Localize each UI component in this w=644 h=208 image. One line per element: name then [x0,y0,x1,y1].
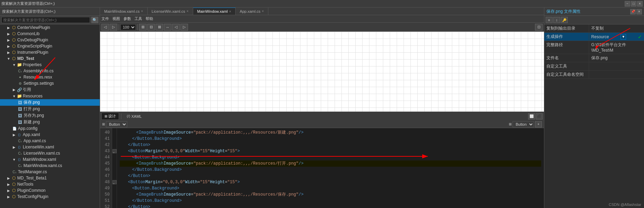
properties-header: 保存.png 文件属性 📌 × [544,8,644,16]
panel-close-btn[interactable]: × [636,9,642,14]
search-btn[interactable]: 🔍 [91,17,98,23]
code-editor[interactable]: <ImageBrush ImageSource="pack://applicat… [117,128,544,208]
tree-item-resx[interactable]: ✦ Resources.resx [0,74,100,80]
tree-label: MainWindow.xaml [23,157,99,162]
tree-label: MD_Test_Beta1 [17,176,99,180]
tree-item-testconfig[interactable]: ▶ ⬡ TestConfigPlugin [0,194,100,200]
tree-item-new-png[interactable]: 🖼 新建.png [0,119,100,125]
tab-appxamlcs[interactable]: App.xaml.cs × [236,8,268,15]
tree-item-testmanager[interactable]: Cₛ TestManager.cs [0,169,100,175]
fold-47 [112,173,116,179]
file-png-icon: 🖼 [17,100,23,105]
tab-mainwindowxamlcs[interactable]: MainWindow.xaml.cs × [100,8,148,15]
tree-item-settings[interactable]: ⚙ Settings.settings [0,80,100,86]
fold-43[interactable]: − [112,149,117,153]
zoom-select[interactable]: 100% 75% 50% 150% [120,24,136,30]
line-50: 50 [102,191,110,198]
file-cs-icon: Cₛ [12,169,17,175]
line-41: 41 [102,136,110,142]
tree-item-mainxaml[interactable]: ▼ ⟨⟩ MainWindow.xaml [0,156,100,163]
file-cs-icon: Cₛ [17,138,23,144]
tree-item-appxaml[interactable]: ▶ ⟨⟩ App.xaml [0,132,100,138]
tree-item-resources-folder[interactable]: ▼ 📁 Resources [0,93,100,99]
tree-item-mdtest[interactable]: ▼ ⬡ MD_Test [0,55,100,62]
tab-xaml[interactable]: ⟨/⟩ XAML [123,113,145,119]
maximize-btn[interactable]: □ [631,1,636,7]
tab-close-icon[interactable]: × [141,9,143,13]
tree-label: InstrumentPlugin [17,50,99,55]
prop-dropdown-btn[interactable]: ▼ [621,34,626,40]
tree-item-mainxamlcs[interactable]: Cₛ MainWindow.xaml.cs [0,163,100,169]
tree-item-saveas-png[interactable]: 🖼 另存为.png [0,112,100,119]
tree-item-appxamlcs[interactable]: Cₛ App.xaml.cs [0,138,100,144]
toolbar-align[interactable]: ⊠ [156,24,163,31]
tab-close-icon[interactable]: × [229,10,231,13]
tree-item-mdtestbeta[interactable]: ▶ ⬡ MD_Test_Beta1 [0,175,100,181]
tree-item-assemblyinfo[interactable]: Cₛ AssemblyInfo.cs [0,68,100,74]
tree-label: 引用 [23,87,99,93]
tree-item-properties[interactable]: ▼ 📁 Properties [0,62,100,68]
prop-btn3[interactable]: 🔑 [561,17,568,23]
tree-item-nettools[interactable]: ▶ ⬡ NetTools [0,181,100,187]
panel-pin-btn[interactable]: 📌 [630,9,636,14]
tree-label: CenterViewPlugin [17,25,99,30]
toolbar-nav-right[interactable]: ▷ [110,24,117,31]
toolbar-grid[interactable]: ⊞ [139,24,147,31]
fold-49 [112,185,116,191]
toolbar-zoom-full[interactable]: ⊡ [535,24,543,31]
designer-canvas[interactable] [100,32,544,112]
sort-alpha-btn[interactable]: ↕ [553,17,560,23]
tab-close-icon[interactable]: × [262,9,264,13]
code-line-45: <ImageBrush ImageSource="pack://applicat… [120,160,541,167]
tree-item-plugincommon[interactable]: ▶ ⬡ PluginCommon [0,187,100,194]
toolbar-forward[interactable]: ▷ [180,24,188,31]
code-header-left: ⊞ Button [102,121,127,127]
split-horizontal-btn[interactable]: ⬜ [528,113,535,119]
tab-licensexamlcs[interactable]: LicenseWin.xaml.cs × [148,8,193,15]
menu-params[interactable]: 参数 [123,16,131,21]
minimize-btn[interactable]: − [625,1,630,7]
tree-item-appconfig[interactable]: 📄 App.config [0,125,100,132]
add-code-btn[interactable]: + [535,121,542,127]
tree-arrow: ▶ [12,145,17,149]
tab-close-icon[interactable]: × [187,9,189,13]
tab-design[interactable]: ⊞ 设计 [101,113,119,120]
tree-item-licensexamlcs[interactable]: Cₛ LicenseWin.xaml.cs [0,150,100,156]
project-icon: ⬡ [11,31,17,37]
tree-item-centerview[interactable]: ▶ ⬡ CenterViewPlugin [0,24,100,31]
tab-mainwindowxaml[interactable]: MainWindow.xaml × [193,8,236,15]
tree-item-commonlib[interactable]: ▶ ⬡ CommonLib [0,31,100,37]
menu-help[interactable]: 帮助 [146,16,153,21]
tree-label: CommonLib [17,31,99,36]
prop-name-filename: 文件名 [544,54,589,62]
toolbar-nav-left[interactable]: ◁ [101,24,109,31]
split-vertical-btn[interactable]: ⬛ [536,113,543,119]
tree-item-enginescript[interactable]: ▶ ⬡ EngineScriptPlugin [0,43,100,49]
tree-label: Resources [23,94,99,98]
prop-row-customtool: 自定义工具 [544,62,644,71]
menu-tools[interactable]: 工具 [135,16,142,21]
fold-48[interactable]: − [112,180,117,184]
tree-item-csvdebug[interactable]: ▶ ⬡ CsvDebugPlugin [0,37,100,43]
menu-view[interactable]: 视图 [112,16,120,21]
toolbar-margin[interactable]: ↔ [164,24,171,31]
code-line-43: <Button Margin="0,0,3,0" Width="15" Heig… [120,148,541,154]
left-dropdown[interactable]: Button [106,121,127,127]
tree-label: App.xaml [23,132,99,137]
tree-item-ref[interactable]: ▶ 🔗 引用 [0,86,100,93]
tree-item-licensexaml[interactable]: ▶ ⟨⟩ LicenseWin.xaml [0,144,100,150]
right-dropdown[interactable]: Button [513,121,534,127]
sort-category-btn[interactable]: ≡ [546,17,553,23]
menu-file[interactable]: 文件 [101,16,109,21]
tree-item-save-png[interactable]: 🖼 保存.png [0,99,100,106]
search-input[interactable] [1,17,90,23]
project-icon: ⬡ [11,25,17,30]
tree-item-open-png[interactable]: 🖼 打开.png [0,106,100,112]
tab-sep [121,114,121,119]
toolbar-grid2[interactable]: ⊟ [147,24,155,31]
file-settings-icon: ⚙ [17,81,23,86]
tree-item-instrument[interactable]: ▶ ⬡ InstrumentPlugin [0,49,100,55]
line-47: 47 [102,173,110,179]
close-btn[interactable]: × [637,1,643,7]
toolbar-back[interactable]: ◁ [172,24,180,31]
